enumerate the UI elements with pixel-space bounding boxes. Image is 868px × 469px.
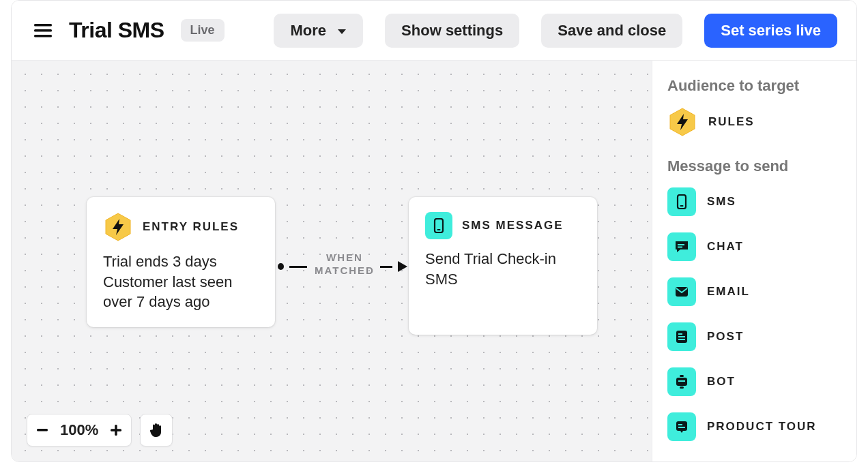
palette-item-label: PRODUCT TOUR	[707, 420, 817, 434]
entry-rule-line: Customer last seen over 7 days ago	[103, 272, 259, 312]
status-badge: Live	[181, 19, 225, 42]
palette-item-label: EMAIL	[707, 285, 750, 299]
svg-rect-17	[678, 336, 685, 337]
entry-rules-node-title: ENTRY RULES	[143, 220, 239, 234]
rules-hexagon-icon	[667, 107, 697, 137]
hand-icon	[149, 422, 164, 438]
connector-label-line: WHEN	[304, 252, 386, 264]
palette-item-label: POST	[707, 330, 744, 344]
palette-item-sms[interactable]: SMS	[667, 187, 841, 216]
palette-item-bot[interactable]: BOT	[667, 367, 841, 396]
connector-label-line: MATCHED	[304, 264, 386, 277]
caret-down-icon	[337, 29, 347, 35]
palette-item-email[interactable]: EMAIL	[667, 277, 841, 306]
svg-rect-6	[37, 429, 48, 432]
show-settings-button[interactable]: Show settings	[385, 14, 519, 48]
minus-icon	[37, 429, 48, 432]
palette-item-label: CHAT	[707, 240, 744, 254]
palette-item-post[interactable]: POST	[667, 322, 841, 351]
save-and-close-button[interactable]: Save and close	[541, 14, 682, 48]
svg-rect-22	[680, 387, 684, 389]
entry-rules-node-body: Trial ends 3 days Customer last seen ove…	[103, 252, 259, 312]
connector-label: WHEN MATCHED	[304, 252, 386, 277]
sms-message-node-header: SMS MESSAGE	[425, 212, 581, 239]
palette-item-chat[interactable]: CHAT	[667, 232, 841, 261]
sms-message-node[interactable]: SMS MESSAGE Send Trial Check-in SMS	[409, 197, 597, 335]
email-icon	[667, 277, 696, 306]
set-series-live-button[interactable]: Set series live	[704, 14, 837, 48]
hamburger-menu-button[interactable]	[31, 18, 55, 43]
svg-rect-5	[437, 229, 441, 230]
entry-rules-node-header: ENTRY RULES	[103, 212, 259, 242]
sms-message-node-title: SMS MESSAGE	[462, 219, 564, 232]
svg-rect-0	[34, 24, 52, 27]
product-tour-icon	[667, 412, 696, 441]
svg-rect-23	[676, 421, 687, 431]
audience-section-heading: Audience to target	[667, 77, 841, 95]
svg-rect-8	[115, 425, 117, 436]
svg-rect-11	[680, 205, 684, 207]
message-section-heading: Message to send	[667, 157, 841, 175]
svg-rect-2	[34, 35, 52, 37]
svg-rect-1	[34, 29, 52, 32]
rules-hexagon-icon	[103, 212, 133, 242]
svg-rect-18	[678, 339, 685, 340]
plus-icon	[111, 425, 121, 436]
sms-message-node-body: Send Trial Check-in SMS	[425, 249, 581, 289]
entry-rules-node[interactable]: ENTRY RULES Trial ends 3 days Customer l…	[87, 197, 275, 327]
connector-start-dot	[278, 263, 284, 270]
zoom-level: 100%	[57, 421, 101, 439]
post-icon	[667, 322, 696, 351]
sms-icon	[425, 212, 452, 239]
chat-icon	[667, 232, 696, 261]
canvas[interactable]: ENTRY RULES Trial ends 3 days Customer l…	[12, 61, 652, 462]
palette-item-product-tour[interactable]: PRODUCT TOUR	[667, 412, 841, 441]
hamburger-icon	[34, 24, 52, 37]
svg-rect-16	[678, 333, 682, 335]
zoom-out-button[interactable]	[27, 414, 57, 447]
palette-item-label: SMS	[707, 195, 736, 209]
sms-icon	[667, 187, 696, 216]
more-button-label: More	[290, 22, 326, 39]
svg-rect-13	[678, 247, 682, 248]
svg-rect-21	[680, 375, 684, 377]
zoom-controls: 100%	[27, 414, 173, 447]
series-title: Trial SMS	[69, 18, 164, 43]
bot-icon	[667, 367, 696, 396]
app-frame: Trial SMS Live More Show settings Save a…	[11, 0, 857, 462]
side-panel: Audience to target RULES Message to send…	[652, 61, 856, 462]
zoom-in-button[interactable]	[101, 414, 131, 447]
more-button[interactable]: More	[274, 14, 363, 48]
zoom-box: 100%	[27, 414, 132, 447]
palette-item-label: BOT	[707, 375, 736, 389]
pan-tool-button[interactable]	[140, 414, 173, 447]
palette-item-rules[interactable]: RULES	[667, 107, 841, 137]
entry-rule-line: Trial ends 3 days	[103, 252, 259, 272]
palette-item-label: RULES	[708, 115, 755, 129]
svg-rect-12	[678, 244, 684, 245]
svg-rect-24	[678, 424, 682, 425]
svg-rect-20	[678, 380, 685, 382]
svg-rect-25	[678, 427, 685, 428]
topbar: Trial SMS Live More Show settings Save a…	[12, 1, 856, 61]
arrow-right-icon	[398, 261, 407, 272]
